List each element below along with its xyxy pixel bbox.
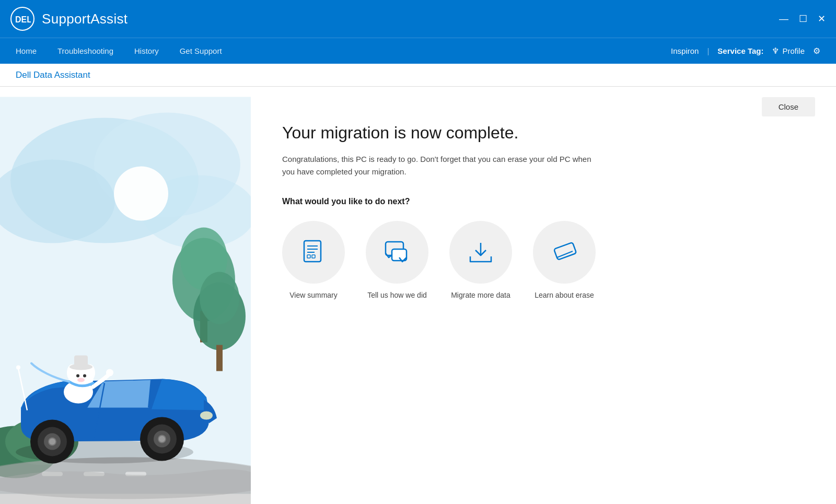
nav-left: Home Troubleshooting History Get Support — [16, 44, 222, 57]
svg-point-26 — [49, 439, 55, 445]
app-title: SupportAssist — [42, 11, 127, 27]
migration-title: Your migration is now complete. — [282, 123, 805, 143]
svg-rect-40 — [74, 356, 88, 368]
action-view-summary[interactable]: View summary — [282, 221, 345, 299]
minimize-button[interactable]: — — [779, 14, 788, 24]
subheader-title: Dell Data Assistant — [16, 70, 90, 80]
view-summary-label: View summary — [289, 291, 338, 299]
svg-point-11 — [200, 272, 239, 324]
close-button[interactable]: Close — [762, 97, 815, 116]
right-content: Close Your migration is now complete. Co… — [251, 87, 836, 504]
main-content: Close Your migration is now complete. Co… — [0, 87, 836, 504]
migration-desc: Congratulations, this PC is ready to go.… — [282, 153, 596, 178]
svg-point-41 — [106, 369, 113, 377]
navbar: Home Troubleshooting History Get Support… — [0, 38, 836, 64]
svg-rect-45 — [304, 241, 321, 262]
svg-point-29 — [200, 412, 213, 420]
erase-circle — [533, 221, 596, 284]
profile-icon: ♆ — [772, 46, 779, 56]
nav-troubleshooting[interactable]: Troubleshooting — [57, 44, 113, 57]
action-circles: View summary Tell us how we did — [282, 221, 805, 299]
erase-label: Learn about erase — [535, 291, 594, 299]
nav-divider: | — [707, 46, 709, 55]
profile-area[interactable]: ♆ Profile — [772, 46, 805, 56]
svg-point-31 — [16, 366, 20, 370]
close-window-button[interactable]: ✕ — [818, 14, 826, 24]
illustration-area — [0, 87, 251, 504]
svg-rect-12 — [216, 345, 223, 371]
nav-get-support[interactable]: Get Support — [180, 44, 222, 57]
action-feedback[interactable]: Tell us how we did — [366, 221, 428, 299]
feedback-label: Tell us how we did — [367, 291, 427, 299]
migrate-label: Migrate more data — [451, 291, 510, 299]
svg-point-37 — [83, 374, 86, 378]
feedback-icon — [382, 238, 412, 267]
nav-right: Inspiron | Service Tag: ♆ Profile ⚙ — [671, 46, 820, 56]
migrate-icon — [466, 238, 495, 267]
service-tag-label: Service Tag: — [717, 46, 763, 55]
next-label: What would you like to do next? — [282, 197, 805, 206]
nav-history[interactable]: History — [134, 44, 159, 57]
titlebar-left: DELL SupportAssist — [10, 7, 127, 31]
device-name: Inspiron — [671, 46, 699, 55]
migrate-circle — [449, 221, 512, 284]
maximize-button[interactable]: ☐ — [799, 14, 807, 24]
summary-icon — [299, 238, 328, 267]
svg-point-6 — [114, 167, 168, 221]
svg-line-55 — [557, 251, 573, 257]
action-erase[interactable]: Learn about erase — [533, 221, 596, 299]
titlebar-controls: — ☐ ✕ — [779, 14, 826, 24]
svg-rect-50 — [312, 255, 315, 258]
action-migrate[interactable]: Migrate more data — [449, 221, 512, 299]
svg-rect-49 — [307, 255, 310, 258]
svg-text:DELL: DELL — [15, 15, 31, 24]
profile-label: Profile — [782, 46, 805, 55]
svg-point-36 — [76, 374, 79, 378]
view-summary-circle — [282, 221, 345, 284]
svg-point-27 — [159, 436, 165, 442]
svg-point-38 — [77, 378, 85, 382]
feedback-circle — [366, 221, 428, 284]
subheader: Dell Data Assistant — [0, 64, 836, 87]
titlebar: DELL SupportAssist — ☐ ✕ — [0, 0, 836, 38]
erase-icon — [550, 238, 579, 267]
nav-home[interactable]: Home — [16, 44, 37, 57]
dell-logo: DELL — [10, 7, 34, 31]
settings-icon[interactable]: ⚙ — [813, 46, 820, 56]
